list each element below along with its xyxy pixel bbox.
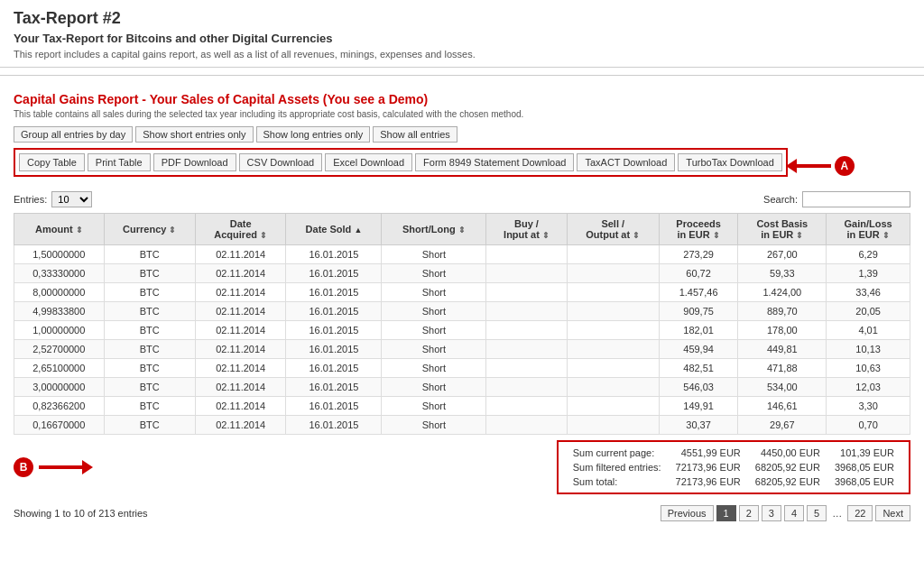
summary-cost-basis: 68205,92 EUR [748,474,827,489]
page-2-button[interactable]: 2 [739,505,759,521]
cell-buy-input [486,359,567,378]
filter-long-entries[interactable]: Show long entries only [256,126,371,143]
cell-date-acquired: 02.11.2014 [195,245,285,264]
next-button[interactable]: Next [875,505,910,521]
cell-date-sold: 16.01.2015 [286,321,382,340]
cell-cost-basis: 59,33 [738,264,827,283]
filter-short-entries[interactable]: Show short entries only [135,126,253,143]
table-row: 0,33330000 BTC 02.11.2014 16.01.2015 Sho… [14,264,910,283]
cell-gain-loss: 4,01 [827,321,910,340]
table-row: 4,99833800 BTC 02.11.2014 16.01.2015 Sho… [14,302,910,321]
summary-gain-loss: 101,39 EUR [827,446,901,460]
cell-sell-output [567,416,659,435]
table-row: 1,00000000 BTC 02.11.2014 16.01.2015 Sho… [14,321,910,340]
page-3-button[interactable]: 3 [762,505,781,521]
cell-buy-input [486,264,567,283]
previous-button[interactable]: Previous [661,505,714,521]
cell-gain-loss: 3,30 [827,397,910,416]
pagination-row: Showing 1 to 10 of 213 entries Previous … [14,502,910,521]
cell-date-sold: 16.01.2015 [286,340,382,359]
print-table-button[interactable]: Print Table [88,153,151,171]
cell-date-sold: 16.01.2015 [286,359,382,378]
cell-date-acquired: 02.11.2014 [195,321,285,340]
cell-date-acquired: 02.11.2014 [195,283,285,302]
cell-sell-output [567,397,659,416]
cell-buy-input [486,340,567,359]
cell-currency: BTC [104,321,195,340]
entries-select[interactable]: 10 25 50 100 [51,191,92,207]
summary-proceeds: 72173,96 EUR [669,474,748,489]
cell-buy-input [486,397,567,416]
annotation-a-label: A [835,156,855,176]
copy-table-button[interactable]: Copy Table [19,153,85,171]
search-right: Search: [763,191,910,207]
cell-sell-output [567,264,659,283]
pdf-download-button[interactable]: PDF Download [153,153,236,171]
cell-sell-output [567,359,659,378]
cell-gain-loss: 1,39 [827,264,910,283]
cell-amount: 0,33330000 [14,264,105,283]
report-title: Tax-Report #2 [14,9,910,28]
search-label: Search: [763,194,798,205]
cell-date-acquired: 02.11.2014 [195,359,285,378]
section-title-highlight: (You see a Demo) [323,92,428,106]
col-buy-input: Buy /Input at ⇕ [486,214,567,245]
cell-cost-basis: 471,88 [738,359,827,378]
excel-download-button[interactable]: Excel Download [325,153,412,171]
cell-currency: BTC [104,264,195,283]
cell-date-sold: 16.01.2015 [286,302,382,321]
cell-proceeds: 149,91 [659,397,738,416]
cell-proceeds: 182,01 [659,321,738,340]
form8949-download-button[interactable]: Form 8949 Statement Download [415,153,574,171]
cell-cost-basis: 267,00 [738,245,827,264]
section-title: Capital Gains Report - Your Sales of Cap… [14,92,910,106]
filter-buttons: Group all entries by day Show short entr… [14,126,910,143]
summary-label: Sum filtered entries: [566,460,669,474]
cell-gain-loss: 0,70 [827,416,910,435]
page-5-button[interactable]: 5 [807,505,827,521]
cell-gain-loss: 10,13 [827,340,910,359]
csv-download-button[interactable]: CSV Download [239,153,323,171]
page-4-button[interactable]: 4 [784,505,804,521]
cell-amount: 0,16670000 [14,416,105,435]
filter-group-by-day[interactable]: Group all entries by day [14,126,133,143]
turbotax-download-button[interactable]: TurboTax Download [678,153,781,171]
cell-cost-basis: 178,00 [738,321,827,340]
page-1-button[interactable]: 1 [716,505,736,521]
cell-date-sold: 16.01.2015 [286,416,382,435]
cell-sell-output [567,340,659,359]
summary-gain-loss: 3968,05 EUR [827,460,901,474]
cell-currency: BTC [104,245,195,264]
taxact-download-button[interactable]: TaxACT Download [577,153,675,171]
cell-proceeds: 30,37 [659,416,738,435]
cell-date-sold: 16.01.2015 [286,264,382,283]
cell-date-sold: 16.01.2015 [286,283,382,302]
cell-date-sold: 16.01.2015 [286,245,382,264]
cell-sell-output [567,245,659,264]
cell-proceeds: 546,03 [659,378,738,397]
summary-label: Sum total: [566,474,669,489]
cell-proceeds: 273,29 [659,245,738,264]
search-input[interactable] [802,191,910,207]
cell-buy-input [486,416,567,435]
main-content: Capital Gains Report - Your Sales of Cap… [0,83,924,530]
cell-date-sold: 16.01.2015 [286,397,382,416]
action-buttons: Copy Table Print Table PDF Download CSV … [19,153,782,171]
table-row: 2,52700000 BTC 02.11.2014 16.01.2015 Sho… [14,340,910,359]
filter-show-all[interactable]: Show all entries [373,126,457,143]
col-proceeds: Proceedsin EUR ⇕ [659,214,738,245]
cell-short-long: Short [382,340,486,359]
cell-sell-output [567,378,659,397]
cell-cost-basis: 1.424,00 [738,283,827,302]
cell-currency: BTC [104,340,195,359]
summary-table: Sum current page: 4551,99 EUR 4450,00 EU… [566,446,901,489]
summary-cost-basis: 4450,00 EUR [748,446,827,460]
table-row: 0,16670000 BTC 02.11.2014 16.01.2015 Sho… [14,416,910,435]
col-short-long: Short/Long ⇕ [382,214,486,245]
cell-currency: BTC [104,359,195,378]
cell-currency: BTC [104,302,195,321]
page-22-button[interactable]: 22 [847,505,873,521]
summary-proceeds: 72173,96 EUR [669,460,748,474]
table-row: 8,00000000 BTC 02.11.2014 16.01.2015 Sho… [14,283,910,302]
cell-short-long: Short [382,397,486,416]
